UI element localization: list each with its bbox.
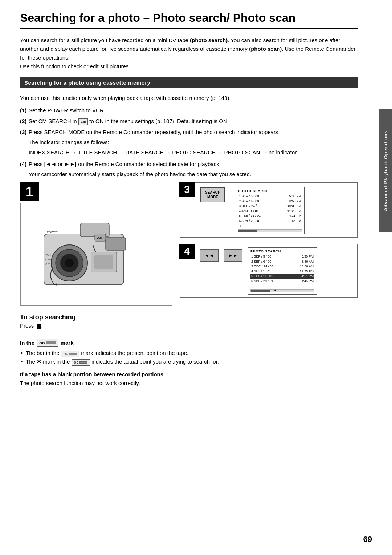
diagram-left: 1 (20, 182, 172, 306)
step-1-text: Set the POWER switch to VCR. (29, 107, 105, 113)
screen3-row-1: 1 SEP / 5 / 005:30 PM (238, 194, 302, 199)
steps-list: (1) Set the POWER switch to VCR. (2) Set… (20, 106, 358, 179)
step1-badge: 1 (20, 182, 39, 201)
camera-svg: VCR POWER VCR CAM OFF (22, 205, 146, 303)
stop-title: To stop searching (20, 313, 358, 321)
indicator-label: The indicator changes as follows: (29, 138, 358, 147)
search-mode-button-area: SEARCH MODE (200, 187, 225, 202)
prev-btn[interactable]: ◄◄ (200, 249, 219, 262)
step-3-text: Press SEARCH MODE on the Remote Commande… (29, 129, 280, 135)
bar-marker: ▲ (274, 288, 277, 292)
screen3-row-4: 4 JAN / 1 / 0111:25 PM (238, 209, 302, 214)
step4-content: ◄◄ ►► PHOTO SEARCH 1 SEP / 5 / 005:30 PM (200, 247, 354, 295)
counter-bar (46, 341, 56, 344)
section-intro: You can use this function only when play… (20, 94, 358, 102)
side-tab: Advanced Playback Operations (379, 109, 392, 232)
screen3-row-6: 6 APR / 29 / 011:45 PM (238, 219, 302, 224)
step-2: (2) Set CM SEARCH in cm to ON in the men… (20, 117, 358, 126)
screen3-row-2: 2 SEP / 6 / 008:50 AM (238, 199, 302, 204)
warning-text: The photo search function may not work c… (20, 379, 358, 388)
step-3-num: (3) (20, 128, 26, 137)
page-number: 69 (363, 535, 372, 544)
photo-search-screen-4: PHOTO SEARCH 1 SEP / 5 / 005:30 PM 2 SEP… (248, 247, 317, 295)
mark-section: In the oo mark The bar in the oo mark in… (20, 339, 358, 366)
step-4-text: Press |◄◄ or ►►| on the Remote Commander… (29, 161, 221, 167)
intro-bold1: (photo search) (190, 37, 228, 43)
screen4-row-5: 5 FEB / 11 / 014:11 PM (250, 274, 314, 279)
svg-rect-15 (95, 256, 113, 268)
content-area: Searching for a photo – Photo search/ Ph… (20, 0, 372, 388)
step4-badge: 4 (179, 244, 195, 259)
step-4: (4) Press |◄◄ or ►►| on the Remote Comma… (20, 160, 358, 179)
photo-search-screen-3: PHOTO SEARCH 1 SEP / 5 / 005:30 PM 2 SEP… (236, 187, 305, 234)
svg-point-4 (65, 259, 74, 267)
section-header: Searching for a photo using cassette mem… (20, 77, 358, 88)
screen4-row-4: 4 JAN / 1 / 0111:25 PM (250, 269, 314, 274)
mark-title: In the oo mark (20, 339, 358, 347)
diagrams-container: 1 (20, 182, 358, 306)
svg-text:CAM: CAM (45, 258, 51, 261)
screen4-row-6: 6 APR / 29 / 011:45 PM (250, 279, 314, 284)
step-4-num: (4) (20, 160, 26, 169)
page-container: Advanced Playback Operations 69 Searchin… (0, 0, 392, 555)
intro-text4: Use this function to check or edit still… (20, 63, 130, 69)
screen3-title: PHOTO SEARCH (238, 189, 302, 193)
screen4-title: PHOTO SEARCH (250, 250, 314, 253)
nav-buttons-row: ◄◄ ►► (200, 249, 242, 262)
step3-diagram: 3 SEARCH MODE PHOTO SEARCH 1 SEP (180, 182, 358, 238)
mark-bullets: The bar in the oo mark indicates the pre… (20, 349, 358, 366)
step-3: (3) Press SEARCH MODE on the Remote Comm… (20, 128, 358, 157)
stop-text: Press . (20, 323, 358, 329)
svg-text:OFF: OFF (45, 263, 50, 266)
warning-section: If a tape has a blank portion between re… (20, 371, 358, 388)
svg-text:VCR: VCR (45, 254, 51, 256)
section-divider (20, 335, 358, 335)
step-2-text: Set CM SEARCH in cm to ON in the menu se… (29, 118, 229, 124)
screen3-row-3: 3 DEC / 24 / 0010:30 AM (238, 204, 302, 209)
mark-bullet-2: The ✕ mark in the oo indicates the actua… (20, 357, 358, 366)
side-tab-label: Advanced Playback Operations (383, 130, 388, 211)
step-2-num: (2) (20, 117, 26, 126)
counter-box-2: oo (72, 359, 90, 366)
screen4-row-3: 3 DEC / 24 / 0010:30 AM (250, 264, 314, 269)
stop-section: To stop searching Press . (20, 313, 358, 329)
x-mark-symbol: ✕ (37, 358, 41, 365)
counter-box-title: oo (37, 339, 58, 347)
step-1: (1) Set the POWER switch to VCR. (20, 106, 358, 115)
intro-paragraph: You can search for a still picture you h… (20, 36, 358, 71)
page-title: Searching for a photo – Photo search/ Ph… (20, 11, 358, 29)
svg-rect-6 (106, 238, 126, 250)
screen4-row-1: 1 SEP / 5 / 005:30 PM (250, 254, 314, 259)
svg-text:POWER: POWER (47, 231, 58, 234)
step-4-detail: Your camcorder automatically starts play… (29, 170, 358, 179)
counter-box-1: oo (61, 351, 79, 357)
screen3-row-5: 5 FEB / 11 / 014:11 PM (238, 214, 302, 219)
search-mode-btn: SEARCH MODE (200, 187, 225, 202)
svg-text:VCR: VCR (97, 236, 102, 239)
diagram-right: 3 SEARCH MODE PHOTO SEARCH 1 SEP (172, 182, 358, 298)
screen4-bar: ▲ (250, 289, 314, 292)
camera-diagram: VCR POWER VCR CAM OFF (20, 203, 172, 306)
screen4-row-2: 2 SEP / 6 / 008:50 AM (250, 259, 314, 264)
step3-screen: PHOTO SEARCH 1 SEP / 5 / 005:30 PM 2 SEP… (234, 187, 305, 234)
intro-bold2: (photo scan) (249, 46, 282, 52)
mark-bullet-1: The bar in the oo mark indicates the pre… (20, 349, 358, 357)
step3-badge: 3 (179, 182, 195, 197)
step-1-num: (1) (20, 106, 26, 115)
indicator-arrow: INDEX SEARCH → TITLE SEARCH → DATE SEARC… (29, 148, 358, 157)
screen3-bar (238, 229, 302, 232)
stop-symbol (37, 324, 41, 329)
step4-buttons: ◄◄ ►► (200, 247, 242, 264)
next-btn[interactable]: ►► (224, 249, 242, 262)
warning-title: If a tape has a blank portion between re… (20, 371, 358, 377)
intro-text1: You can search for a still picture you h… (20, 37, 190, 43)
step4-diagram: 4 ◄◄ ►► PHOTO SEARCH (180, 244, 358, 298)
